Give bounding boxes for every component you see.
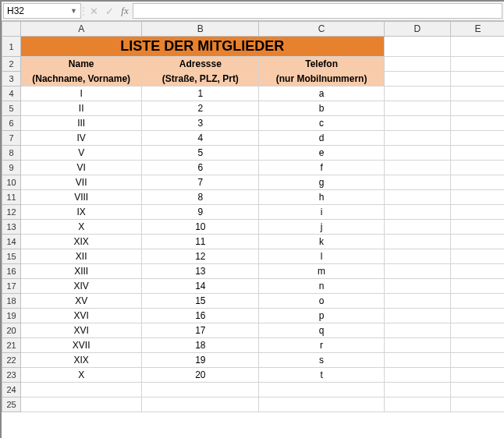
col-header-C[interactable]: C: [259, 22, 384, 37]
cell-addr[interactable]: 8: [142, 190, 259, 205]
cell-tel[interactable]: j: [259, 220, 384, 235]
row-header[interactable]: 9: [2, 161, 21, 175]
cell[interactable]: [450, 72, 504, 87]
chevron-down-icon[interactable]: ▼: [70, 7, 77, 15]
cell[interactable]: [384, 309, 450, 323]
formula-input[interactable]: [133, 3, 502, 19]
cancel-icon[interactable]: ✕: [86, 2, 101, 20]
row-header[interactable]: 17: [2, 279, 21, 294]
row-header[interactable]: 3: [2, 72, 21, 87]
cell-tel[interactable]: a: [259, 87, 384, 101]
header-name-l2[interactable]: (Nachname, Vorname): [21, 72, 142, 87]
header-tel-l2[interactable]: (nur Mobilnummern): [259, 72, 384, 87]
cell[interactable]: [450, 279, 504, 294]
cell-addr[interactable]: 17: [142, 323, 259, 338]
cell[interactable]: [384, 57, 450, 72]
cell[interactable]: [384, 368, 450, 383]
row-header[interactable]: 12: [2, 205, 21, 220]
cell[interactable]: [450, 220, 504, 235]
row-header[interactable]: 19: [2, 309, 21, 323]
cell[interactable]: [450, 235, 504, 249]
cell[interactable]: [450, 87, 504, 101]
cell[interactable]: [450, 397, 504, 412]
cell-name[interactable]: III: [21, 116, 142, 131]
cell-tel[interactable]: d: [259, 131, 384, 146]
cell[interactable]: [450, 294, 504, 309]
cell-addr[interactable]: 20: [142, 368, 259, 383]
cell-addr[interactable]: 3: [142, 116, 259, 131]
cell[interactable]: [384, 37, 450, 57]
cell[interactable]: [21, 397, 142, 412]
cell-addr[interactable]: 9: [142, 205, 259, 220]
cell-tel[interactable]: b: [259, 101, 384, 116]
col-header-B[interactable]: B: [142, 22, 259, 37]
cell[interactable]: [259, 397, 384, 412]
cell-name[interactable]: XIX: [21, 353, 142, 368]
cell[interactable]: [384, 249, 450, 264]
row-header[interactable]: 14: [2, 235, 21, 249]
cell-name[interactable]: IV: [21, 131, 142, 146]
cell[interactable]: [21, 383, 142, 397]
cell[interactable]: [384, 175, 450, 190]
cell-tel[interactable]: o: [259, 294, 384, 309]
cell-tel[interactable]: c: [259, 116, 384, 131]
cell[interactable]: [450, 338, 504, 353]
col-header-D[interactable]: D: [384, 22, 450, 37]
cell-name[interactable]: XVI: [21, 323, 142, 338]
cell[interactable]: [384, 323, 450, 338]
cell-addr[interactable]: 6: [142, 161, 259, 175]
row-header[interactable]: 20: [2, 323, 21, 338]
enter-icon[interactable]: ✓: [101, 2, 117, 20]
cell-name[interactable]: VIII: [21, 190, 142, 205]
header-addr-l1[interactable]: Adressse: [142, 57, 259, 72]
cell[interactable]: [142, 397, 259, 412]
name-box[interactable]: H32 ▼: [3, 3, 81, 19]
cell[interactable]: [450, 101, 504, 116]
cell[interactable]: [450, 175, 504, 190]
cell-name[interactable]: X: [21, 220, 142, 235]
cell[interactable]: [384, 397, 450, 412]
cell-addr[interactable]: 19: [142, 353, 259, 368]
cell[interactable]: [450, 353, 504, 368]
cell-tel[interactable]: k: [259, 235, 384, 249]
cell-name[interactable]: I: [21, 87, 142, 101]
cell-addr[interactable]: 10: [142, 220, 259, 235]
cell-tel[interactable]: f: [259, 161, 384, 175]
cell[interactable]: [450, 146, 504, 161]
cell-addr[interactable]: 2: [142, 101, 259, 116]
row-header[interactable]: 25: [2, 397, 21, 412]
cell[interactable]: [450, 249, 504, 264]
header-addr-l2[interactable]: (Straße, PLZ, Prt): [142, 72, 259, 87]
row-header[interactable]: 4: [2, 87, 21, 101]
cell-addr[interactable]: 14: [142, 279, 259, 294]
cell[interactable]: [384, 161, 450, 175]
cell-name[interactable]: VI: [21, 161, 142, 175]
col-header-E[interactable]: E: [450, 22, 504, 37]
cell[interactable]: [384, 190, 450, 205]
cell[interactable]: [384, 294, 450, 309]
sheet-title[interactable]: LISTE DER MITGLIEDER: [21, 37, 385, 57]
cell-tel[interactable]: s: [259, 353, 384, 368]
cell-name[interactable]: IX: [21, 205, 142, 220]
cell-addr[interactable]: 15: [142, 294, 259, 309]
cell-name[interactable]: XIV: [21, 279, 142, 294]
row-header[interactable]: 15: [2, 249, 21, 264]
row-header[interactable]: 7: [2, 131, 21, 146]
col-header-A[interactable]: A: [21, 22, 142, 37]
cell-tel[interactable]: m: [259, 264, 384, 279]
cell-name[interactable]: XIII: [21, 264, 142, 279]
cell[interactable]: [384, 383, 450, 397]
cell[interactable]: [384, 353, 450, 368]
cell-name[interactable]: XVI: [21, 309, 142, 323]
cell-addr[interactable]: 18: [142, 338, 259, 353]
cell[interactable]: [384, 220, 450, 235]
row-header[interactable]: 13: [2, 220, 21, 235]
cell-tel[interactable]: t: [259, 368, 384, 383]
cell-name[interactable]: XV: [21, 294, 142, 309]
spreadsheet-grid[interactable]: A B C D E 1 LISTE DER MITGLIEDER 2 Name …: [2, 21, 504, 412]
cell[interactable]: [142, 383, 259, 397]
cell-addr[interactable]: 5: [142, 146, 259, 161]
cell-name[interactable]: II: [21, 101, 142, 116]
cell-addr[interactable]: 7: [142, 175, 259, 190]
cell[interactable]: [384, 87, 450, 101]
